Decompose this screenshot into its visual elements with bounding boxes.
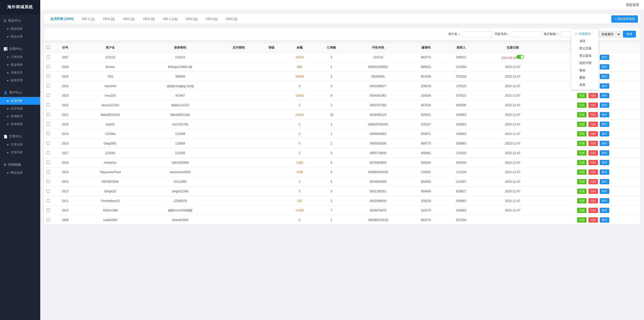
context-menu-item-assign-agent[interactable]: 指定代理 bbox=[571, 59, 598, 67]
row-checkbox-cell[interactable] bbox=[44, 81, 52, 91]
row-checkbox[interactable] bbox=[47, 65, 50, 68]
row-checkbox-cell[interactable] bbox=[44, 158, 52, 167]
recharge-button[interactable]: 充值 bbox=[577, 131, 587, 136]
row-checkbox-cell[interactable] bbox=[44, 53, 52, 62]
operate-button[interactable]: 操作 bbox=[600, 150, 609, 156]
deduct-button[interactable]: 扣款 bbox=[588, 198, 598, 203]
tab-vip3-0[interactable]: VIP3 (0) bbox=[119, 15, 139, 24]
operate-button[interactable]: 操作 bbox=[600, 217, 609, 223]
recharge-button[interactable]: 充值 bbox=[577, 179, 587, 184]
row-checkbox[interactable] bbox=[47, 161, 50, 164]
context-menu-item-login[interactable]: 登录 bbox=[571, 81, 598, 89]
operate-button[interactable]: 操作 bbox=[600, 141, 609, 146]
deduct-button[interactable]: 扣款 bbox=[588, 112, 598, 117]
sidebar-item-article-category[interactable]: 文章分类 bbox=[0, 141, 40, 149]
tab-vip1-18[interactable]: VIP 1 (18) bbox=[159, 15, 181, 24]
operate-button[interactable]: 操作 bbox=[600, 198, 609, 203]
row-checkbox-cell[interactable] bbox=[44, 167, 52, 177]
operate-button[interactable]: 操作 bbox=[600, 131, 609, 136]
sidebar-item-member-list[interactable]: 会员列表 bbox=[0, 97, 40, 105]
recharge-button[interactable]: 充值 bbox=[577, 198, 587, 203]
recharge-button[interactable]: 充值 bbox=[577, 93, 587, 98]
row-checkbox-cell[interactable] bbox=[44, 72, 52, 81]
operate-button[interactable]: 操作 bbox=[600, 160, 609, 165]
deduct-button[interactable]: 扣款 bbox=[588, 189, 598, 194]
row-checkbox-cell[interactable] bbox=[44, 129, 52, 139]
sidebar-item-admin-permission[interactable]: 管理权限 bbox=[0, 120, 40, 128]
deduct-button[interactable]: 扣款 bbox=[588, 160, 598, 165]
status-toggle[interactable] bbox=[516, 55, 524, 59]
context-menu-item-delete[interactable]: 删除 bbox=[571, 74, 598, 81]
operate-button[interactable]: 操作 bbox=[600, 112, 609, 117]
recharge-button[interactable]: 充值 bbox=[577, 208, 587, 213]
recharge-button[interactable]: 充值 bbox=[577, 122, 587, 127]
row-checkbox[interactable] bbox=[47, 141, 50, 145]
sidebar-item-fund-detail[interactable]: 资金明细 bbox=[0, 61, 40, 69]
recharge-button[interactable]: 充值 bbox=[577, 112, 587, 117]
operate-button[interactable]: 操作 bbox=[600, 83, 609, 89]
row-checkbox-cell[interactable] bbox=[44, 139, 52, 148]
row-checkbox[interactable] bbox=[47, 122, 50, 126]
row-checkbox-cell[interactable] bbox=[44, 187, 52, 196]
sidebar-item-article-list[interactable]: 文章列表 bbox=[0, 149, 40, 156]
deduct-button[interactable]: 扣款 bbox=[588, 122, 598, 127]
context-menu-item-no-trade[interactable]: 禁止交易 bbox=[571, 45, 598, 52]
sidebar-item-goods-list[interactable]: 商品列表 bbox=[0, 25, 40, 33]
recharge-button[interactable]: 充值 bbox=[577, 217, 587, 223]
context-menu-item-no-withdraw[interactable]: 禁止提现 bbox=[571, 52, 598, 59]
sidebar-item-order-list[interactable]: 订单列表 bbox=[0, 53, 40, 61]
row-checkbox[interactable] bbox=[47, 94, 50, 97]
tab-all-members[interactable]: 会员列表 (2505) bbox=[46, 14, 78, 24]
select-all-header[interactable] bbox=[44, 43, 52, 53]
row-checkbox-cell[interactable] bbox=[44, 100, 52, 110]
context-menu-item-display[interactable]: ✓ 目前展示 bbox=[571, 30, 598, 38]
recharge-button[interactable]: 充值 bbox=[577, 189, 587, 194]
sidebar-group-control[interactable]: ⚙ 控制面板 bbox=[0, 160, 40, 169]
sidebar-item-withdraw-manage[interactable]: 提现管理 bbox=[0, 77, 40, 84]
sidebar-group-goods[interactable]: ☰ 商品中心 bbox=[0, 16, 40, 25]
search-button[interactable]: 搜索 bbox=[623, 31, 636, 38]
tab-vip1-1[interactable]: VIP 1 (1) bbox=[78, 15, 99, 24]
operate-button[interactable]: 操作 bbox=[600, 179, 609, 184]
deduct-button[interactable]: 扣款 bbox=[588, 217, 598, 223]
operate-button[interactable]: 操作 bbox=[600, 169, 609, 175]
deduct-button[interactable]: 扣款 bbox=[588, 208, 598, 213]
tab-vip2-0[interactable]: VIP2 (0) bbox=[139, 15, 159, 24]
display-filter-select[interactable]: 目前展示 冻结 禁止交易 禁止提现 指定代理 修改 删除 登录 bbox=[598, 31, 621, 38]
operate-button[interactable]: 操作 bbox=[600, 189, 609, 194]
operate-button[interactable]: 操作 bbox=[600, 64, 609, 69]
sidebar-group-user[interactable]: 👤 用户中心 bbox=[0, 88, 40, 97]
row-checkbox[interactable] bbox=[47, 199, 50, 202]
operate-button[interactable]: 操作 bbox=[600, 93, 609, 98]
row-checkbox[interactable] bbox=[47, 113, 50, 116]
row-checkbox-cell[interactable] bbox=[44, 177, 52, 187]
username-search-input[interactable] bbox=[462, 31, 493, 37]
sidebar-group-article[interactable]: 📄 文章中心 bbox=[0, 132, 40, 141]
context-menu-item-freeze[interactable]: 冻结 bbox=[571, 38, 598, 45]
select-all-checkbox[interactable] bbox=[47, 46, 50, 49]
deduct-button[interactable]: 扣款 bbox=[588, 131, 598, 136]
sidebar-item-goods-category[interactable]: 商品分类 bbox=[0, 33, 40, 41]
row-checkbox-cell[interactable] bbox=[44, 91, 52, 100]
row-checkbox[interactable] bbox=[47, 208, 50, 212]
deduct-button[interactable]: 扣款 bbox=[588, 179, 598, 184]
recharge-button[interactable]: 充值 bbox=[577, 141, 587, 146]
tab-vip4-0b[interactable]: VIP4 (0) bbox=[222, 15, 242, 24]
sidebar-item-member-level[interactable]: 会员等级 bbox=[0, 105, 40, 113]
deduct-button[interactable]: 扣款 bbox=[588, 93, 598, 98]
row-checkbox[interactable] bbox=[47, 170, 50, 173]
context-menu-item-edit[interactable]: 修改 bbox=[571, 67, 598, 74]
row-checkbox[interactable] bbox=[47, 218, 50, 221]
row-checkbox-cell[interactable] bbox=[44, 215, 52, 225]
deduct-button[interactable]: 扣款 bbox=[588, 150, 598, 156]
deduct-button[interactable]: 扣款 bbox=[588, 169, 598, 175]
row-checkbox-cell[interactable] bbox=[44, 62, 52, 72]
recharge-button[interactable]: 充值 bbox=[577, 169, 587, 175]
sidebar-item-recharge-record[interactable]: 充值记录 bbox=[0, 69, 40, 77]
my-referral-link-button[interactable]: + 我的推荐链接 bbox=[611, 15, 638, 23]
tab-vip4-0[interactable]: VIP4 (0) bbox=[99, 15, 119, 24]
sidebar-item-admin-account[interactable]: 管理账号 bbox=[0, 113, 40, 120]
deduct-button[interactable]: 扣款 bbox=[588, 102, 598, 108]
operate-button[interactable]: 操作 bbox=[600, 102, 609, 108]
tab-vip2-8[interactable]: VIP2 (8) bbox=[182, 15, 202, 24]
